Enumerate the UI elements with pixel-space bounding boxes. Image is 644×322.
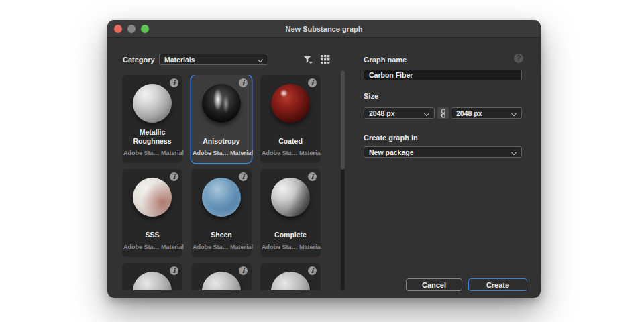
material-sphere-preview bbox=[133, 178, 172, 217]
category-select[interactable]: Materials bbox=[159, 54, 268, 65]
material-sphere-preview bbox=[202, 84, 241, 123]
template-source: Adobe Sta… Material bbox=[123, 150, 181, 156]
template-list-scrollbar bbox=[341, 70, 345, 290]
material-sphere-preview bbox=[271, 272, 310, 290]
template-card[interactable]: i bbox=[122, 263, 182, 290]
new-substance-graph-dialog: New Substance graph Category Materials i… bbox=[107, 20, 541, 298]
size-width-value: 2048 px bbox=[369, 109, 395, 117]
create-graph-in-select[interactable]: New package bbox=[364, 146, 522, 158]
template-card[interactable]: i SSS Adobe Sta… Material bbox=[122, 169, 182, 257]
filter-button[interactable] bbox=[302, 54, 314, 66]
thumbnail-grid-icon bbox=[320, 54, 331, 65]
template-card[interactable]: i bbox=[191, 263, 252, 290]
template-source: Adobe Sta… Material bbox=[193, 150, 250, 156]
display-mode-button[interactable] bbox=[319, 54, 331, 66]
material-sphere-preview bbox=[202, 272, 241, 290]
template-card[interactable]: i Sheen Adobe Sta… Material bbox=[191, 169, 252, 257]
material-sphere-preview bbox=[133, 272, 172, 290]
info-icon[interactable]: i bbox=[308, 78, 317, 87]
info-icon[interactable]: i bbox=[170, 172, 178, 181]
size-width-select[interactable]: 2048 px bbox=[364, 107, 435, 119]
template-card[interactable]: i Coated Adobe Sta… Material bbox=[260, 75, 321, 163]
template-card[interactable]: i Anisotropy Adobe Sta… Material bbox=[191, 75, 252, 163]
material-sphere-preview bbox=[271, 84, 310, 123]
graph-name-label: Graph name bbox=[364, 55, 407, 65]
link-chain-icon bbox=[440, 109, 447, 118]
template-name: Sheen bbox=[193, 221, 250, 239]
info-icon[interactable]: i bbox=[308, 172, 317, 181]
titlebar: New Substance graph bbox=[107, 20, 541, 38]
template-source: Adobe Sta… Material bbox=[193, 244, 250, 250]
info-icon[interactable]: i bbox=[170, 78, 178, 87]
cancel-button[interactable]: Cancel bbox=[406, 278, 462, 291]
create-graph-in-value: New package bbox=[369, 148, 414, 156]
help-icon[interactable]: ? bbox=[514, 54, 523, 63]
create-button[interactable]: Create bbox=[468, 278, 527, 291]
graph-name-input[interactable] bbox=[364, 70, 522, 80]
material-sphere-preview bbox=[133, 84, 172, 123]
template-name: Coated bbox=[262, 127, 319, 146]
info-icon[interactable]: i bbox=[308, 266, 317, 275]
info-icon[interactable]: i bbox=[239, 78, 248, 87]
create-graph-in-label: Create graph in bbox=[364, 133, 418, 143]
link-sizes-button[interactable] bbox=[437, 107, 449, 119]
template-card[interactable]: i Metallic Roughness Adobe Sta… Material bbox=[122, 75, 182, 163]
template-source: Adobe Sta… Material bbox=[123, 244, 181, 250]
info-icon[interactable]: i bbox=[170, 266, 178, 275]
template-source: Adobe Sta… Material bbox=[262, 244, 319, 250]
template-name: SSS bbox=[124, 221, 180, 239]
size-height-select[interactable]: 2048 px bbox=[451, 107, 522, 119]
template-name: Complete bbox=[262, 221, 319, 239]
info-icon[interactable]: i bbox=[239, 172, 248, 181]
category-select-value: Materials bbox=[164, 56, 195, 64]
window-title: New Substance graph bbox=[107, 20, 541, 38]
template-name: Anisotropy bbox=[193, 127, 250, 146]
template-card[interactable]: i bbox=[260, 263, 321, 290]
template-source: Adobe Sta… Material bbox=[262, 150, 319, 156]
template-name: Metallic Roughness bbox=[124, 127, 180, 146]
size-height-value: 2048 px bbox=[456, 109, 482, 117]
filter-funnel-icon bbox=[303, 54, 313, 65]
category-label: Category bbox=[123, 55, 155, 65]
material-sphere-preview bbox=[202, 178, 241, 217]
info-icon[interactable]: i bbox=[239, 266, 248, 275]
material-sphere-preview bbox=[271, 178, 310, 217]
scrollbar-thumb[interactable] bbox=[341, 70, 345, 170]
template-grid: i Metallic Roughness Adobe Sta… Material… bbox=[122, 75, 321, 290]
template-card[interactable]: i Complete Adobe Sta… Material bbox=[260, 169, 321, 257]
size-label: Size bbox=[364, 91, 378, 101]
